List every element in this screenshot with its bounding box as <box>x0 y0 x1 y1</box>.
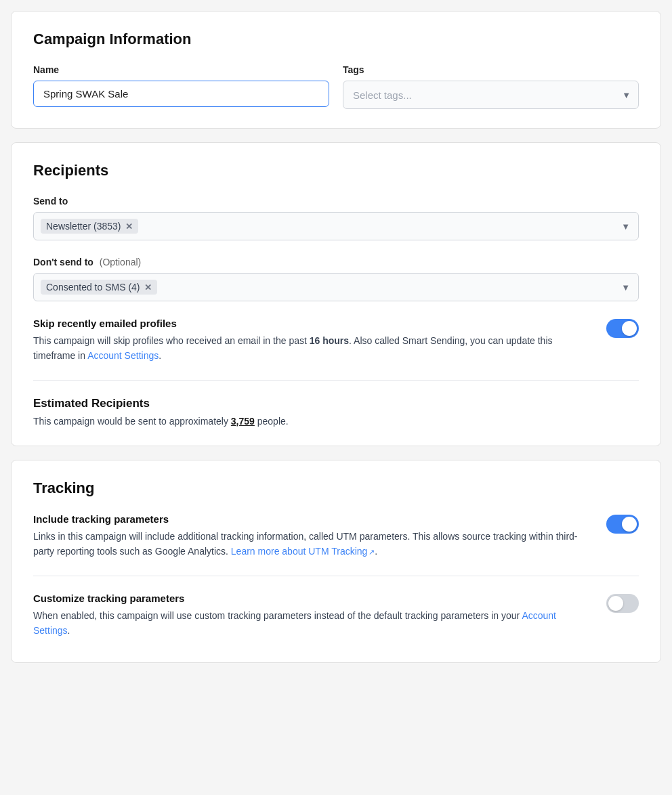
customize-tracking-title: Customize tracking parameters <box>33 593 590 604</box>
sms-tag-label: Consented to SMS (4) <box>46 282 140 293</box>
sms-tag-chip: Consented to SMS (4) ✕ <box>41 280 157 295</box>
customize-tracking-toggle[interactable] <box>606 594 639 613</box>
dont-send-chevron-icon: ▼ <box>621 282 630 293</box>
recipients-card: Recipients Send to Newsletter (3853) ✕ ▼… <box>11 142 661 446</box>
newsletter-tag-chip: Newsletter (3853) ✕ <box>41 219 138 234</box>
skip-emailed-slider <box>606 319 639 338</box>
customize-suffix: . <box>68 625 70 636</box>
include-tracking-desc: Links in this campaign will include addi… <box>33 529 590 559</box>
tags-select-wrapper: Select tags... ▼ <box>343 81 639 109</box>
skip-emailed-title: Skip recently emailed profiles <box>33 318 590 329</box>
estimated-count-link[interactable]: 3,759 <box>231 416 255 427</box>
skip-emailed-desc: This campaign will skip profiles who rec… <box>33 333 590 364</box>
campaign-name-input[interactable] <box>33 81 329 107</box>
recipients-divider <box>33 380 639 381</box>
include-suffix: . <box>375 546 377 557</box>
dont-send-label: Don't send to (Optional) <box>33 257 639 267</box>
estimated-title: Estimated Recipients <box>33 397 639 410</box>
skip-emailed-row: Skip recently emailed profiles This camp… <box>33 318 639 364</box>
customize-tracking-content: Customize tracking parameters When enabl… <box>33 593 590 639</box>
skip-hours: 16 hours <box>310 335 349 346</box>
optional-label: (Optional) <box>100 257 141 267</box>
newsletter-tag-label: Newsletter (3853) <box>46 221 121 232</box>
send-to-chevron-icon: ▼ <box>621 221 630 232</box>
campaign-info-title: Campaign Information <box>33 30 639 48</box>
tags-field-group: Tags Select tags... ▼ <box>343 64 639 109</box>
dont-send-select[interactable]: Consented to SMS (4) ✕ ▼ <box>33 273 639 301</box>
include-tracking-content: Include tracking parameters Links in thi… <box>33 513 590 559</box>
customize-desc-text: When enabled, this campaign will use cus… <box>33 610 522 621</box>
campaign-information-card: Campaign Information Name Tags Select ta… <box>11 11 661 129</box>
tags-label: Tags <box>343 64 639 75</box>
tracking-divider <box>33 576 639 576</box>
send-to-group: Send to Newsletter (3853) ✕ ▼ <box>33 196 639 240</box>
tracking-title: Tracking <box>33 479 639 497</box>
skip-emailed-content: Skip recently emailed profiles This camp… <box>33 318 590 364</box>
tags-select[interactable]: Select tags... ▼ <box>343 81 639 109</box>
recipients-title: Recipients <box>33 162 639 179</box>
sms-tag-remove[interactable]: ✕ <box>144 282 152 293</box>
account-settings-link[interactable]: Account Settings <box>87 350 159 361</box>
name-field-group: Name <box>33 64 329 109</box>
dont-send-to-group: Don't send to (Optional) Consented to SM… <box>33 257 639 301</box>
estimated-before: This campaign would be sent to approxima… <box>33 416 231 427</box>
estimated-after: people. <box>255 416 289 427</box>
tags-chevron-icon: ▼ <box>622 90 631 100</box>
send-to-select[interactable]: Newsletter (3853) ✕ ▼ <box>33 212 639 240</box>
skip-desc-before: This campaign will skip profiles who rec… <box>33 335 310 346</box>
external-link-icon: ↗ <box>369 548 375 556</box>
newsletter-tag-remove[interactable]: ✕ <box>125 221 133 232</box>
name-label: Name <box>33 64 329 75</box>
utm-tracking-link[interactable]: Learn more about UTM Tracking↗ <box>231 546 375 557</box>
send-to-label: Send to <box>33 196 639 207</box>
skip-suffix: . <box>159 350 161 361</box>
include-tracking-title: Include tracking parameters <box>33 513 590 525</box>
include-tracking-slider <box>606 515 639 534</box>
tracking-card: Tracking Include tracking parameters Lin… <box>11 460 661 664</box>
include-tracking-toggle[interactable] <box>606 515 639 534</box>
skip-emailed-toggle[interactable] <box>606 319 639 338</box>
include-tracking-row: Include tracking parameters Links in thi… <box>33 513 639 559</box>
estimated-recipients-section: Estimated Recipients This campaign would… <box>33 397 639 427</box>
customize-tracking-row: Customize tracking parameters When enabl… <box>33 593 639 639</box>
estimated-desc: This campaign would be sent to approxima… <box>33 416 639 427</box>
customize-tracking-slider <box>606 594 639 613</box>
customize-tracking-desc: When enabled, this campaign will use cus… <box>33 608 590 639</box>
tags-placeholder: Select tags... <box>353 89 412 101</box>
